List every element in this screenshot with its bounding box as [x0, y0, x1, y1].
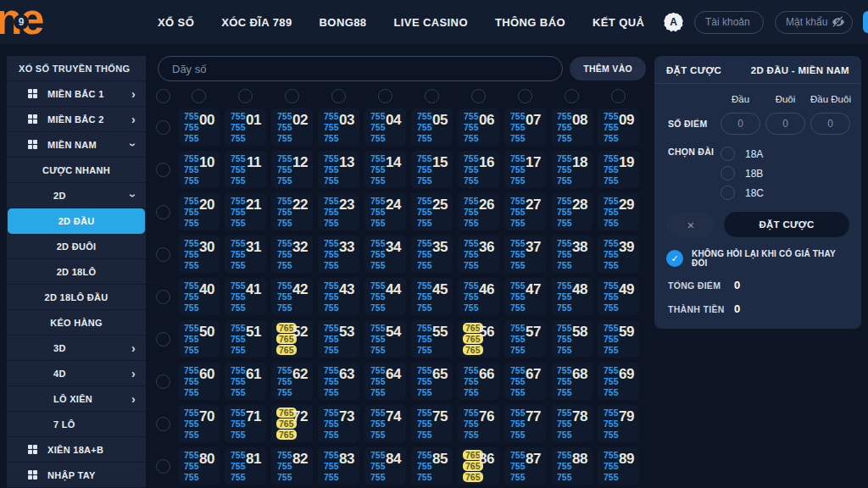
number-cell-81[interactable]: 75575575581	[225, 447, 266, 485]
gear-a-icon[interactable]: A	[664, 13, 683, 32]
number-cell-54[interactable]: 75575575554	[364, 320, 406, 358]
number-cell-48[interactable]: 75575575548	[551, 278, 593, 315]
station-option-18a[interactable]: 18A	[721, 147, 764, 161]
select-all-circle[interactable]	[156, 89, 170, 103]
number-cell-08[interactable]: 75575575508	[551, 108, 593, 146]
number-cell-07[interactable]: 75575575507	[504, 108, 546, 146]
nav-item-bong88[interactable]: BONG88	[320, 16, 367, 29]
number-cell-34[interactable]: 75575575534	[364, 236, 406, 273]
number-cell-19[interactable]: 75575575519	[598, 151, 639, 188]
number-cell-47[interactable]: 75575575547	[504, 278, 546, 315]
number-cell-30[interactable]: 75575575530	[178, 236, 220, 273]
number-cell-83[interactable]: 75575575583	[318, 447, 359, 485]
column-select-circle[interactable]	[518, 89, 532, 103]
number-cell-60[interactable]: 75575575560	[178, 363, 220, 400]
row-select-circle[interactable]	[156, 459, 170, 474]
number-cell-15[interactable]: 75575575515	[411, 151, 453, 188]
number-cell-17[interactable]: 75575575517	[504, 151, 546, 188]
number-cell-04[interactable]: 75575575504	[364, 108, 406, 146]
no-confirm-checkbox[interactable]: ✓ KHÔNG HỎI LẠI KHI CÓ GIÁ THAY ĐỔI	[654, 237, 861, 268]
number-cell-24[interactable]: 75575575524	[364, 193, 406, 230]
number-cell-86[interactable]: 76576576586	[458, 447, 499, 485]
sidebar-item-2d-đầu[interactable]: 2D ĐẦU	[8, 208, 145, 234]
sidebar-item-lô-xiên[interactable]: LÔ XIÊN›	[7, 386, 146, 412]
points-input-0[interactable]: 0	[721, 113, 760, 135]
row-select-circle[interactable]	[156, 417, 170, 431]
number-cell-41[interactable]: 75575575541	[225, 278, 266, 315]
number-cell-63[interactable]: 75575575563	[318, 363, 359, 400]
number-cell-05[interactable]: 75575575505	[411, 108, 453, 146]
sidebar-item-3d[interactable]: 3D›	[7, 336, 146, 361]
nav-item-kết-quả[interactable]: KẾT QUẢ	[593, 16, 644, 29]
row-select-circle[interactable]	[156, 120, 170, 135]
row-select-circle[interactable]	[156, 205, 170, 219]
number-cell-10[interactable]: 75575575510	[178, 151, 220, 188]
number-cell-44[interactable]: 75575575544	[364, 278, 406, 315]
row-select-circle[interactable]	[156, 290, 170, 304]
number-cell-42[interactable]: 75575575542	[271, 278, 313, 315]
number-cell-06[interactable]: 75575575506	[458, 108, 499, 146]
site-logo[interactable]: one 9	[0, 0, 127, 44]
number-cell-62[interactable]: 75575575562	[271, 363, 313, 400]
station-option-18b[interactable]: 18B	[721, 166, 764, 180]
number-cell-00[interactable]: 75575575500	[178, 108, 220, 146]
number-cell-02[interactable]: 75575575502	[271, 108, 313, 146]
points-input-1[interactable]: 0	[765, 113, 805, 135]
number-cell-59[interactable]: 75575575559	[598, 320, 639, 358]
number-cell-32[interactable]: 75575575532	[271, 236, 313, 273]
number-cell-74[interactable]: 75575575574	[364, 405, 406, 442]
number-cell-61[interactable]: 75575575561	[225, 363, 266, 400]
column-select-circle[interactable]	[471, 89, 486, 103]
number-cell-77[interactable]: 75575575577	[504, 405, 546, 442]
row-select-circle[interactable]	[156, 247, 170, 262]
number-cell-29[interactable]: 75575575529	[598, 193, 639, 230]
number-cell-71[interactable]: 75575575571	[225, 405, 266, 442]
number-cell-33[interactable]: 75575575533	[318, 236, 359, 273]
number-sequence-input[interactable]	[158, 56, 563, 81]
column-select-circle[interactable]	[565, 89, 579, 103]
number-cell-66[interactable]: 75575575566	[458, 363, 499, 400]
number-cell-12[interactable]: 75575575512	[271, 151, 313, 188]
sidebar-item-7-lô[interactable]: 7 LÔ	[7, 412, 146, 437]
number-cell-28[interactable]: 75575575528	[551, 193, 593, 230]
number-cell-36[interactable]: 75575575536	[458, 236, 499, 273]
number-cell-65[interactable]: 75575575565	[411, 363, 453, 400]
number-cell-37[interactable]: 75575575537	[504, 236, 546, 273]
row-select-circle[interactable]	[156, 163, 170, 177]
number-cell-72[interactable]: 76576576572	[271, 405, 313, 442]
clear-button[interactable]: ×	[666, 212, 715, 237]
sidebar-item-nhập-tay[interactable]: NHẬP TAY	[7, 463, 146, 488]
number-cell-23[interactable]: 75575575523	[318, 193, 359, 230]
number-cell-09[interactable]: 75575575509	[598, 108, 639, 146]
number-cell-52[interactable]: 76576576552	[271, 320, 313, 358]
column-select-circle[interactable]	[611, 89, 626, 103]
number-cell-35[interactable]: 75575575535	[411, 236, 453, 273]
number-cell-79[interactable]: 75575575579	[598, 405, 639, 442]
number-cell-43[interactable]: 75575575543	[318, 278, 359, 315]
number-cell-84[interactable]: 75575575584	[364, 447, 406, 485]
sidebar-item-2d-18lô[interactable]: 2D 18LÔ	[7, 259, 146, 285]
number-cell-80[interactable]: 75575575580	[178, 447, 220, 485]
sidebar-item-xiên-18a+b[interactable]: XIÊN 18A+B	[7, 437, 146, 463]
number-cell-57[interactable]: 75575575557	[504, 320, 546, 358]
sidebar-item-miền-bắc-1[interactable]: MIỀN BẮC 1›	[7, 81, 146, 107]
number-cell-45[interactable]: 75575575545	[411, 278, 453, 315]
number-cell-89[interactable]: 75575575589	[598, 447, 639, 485]
column-select-circle[interactable]	[425, 89, 439, 103]
nav-item-xóc-đĩa-789[interactable]: XÓC ĐĨA 789	[221, 16, 292, 29]
number-cell-75[interactable]: 75575575575	[411, 405, 453, 442]
number-cell-87[interactable]: 75575575587	[504, 447, 546, 485]
sidebar-item-miền-nam[interactable]: MIỀN NAM›	[7, 132, 146, 158]
nav-item-live-casino[interactable]: LIVE CASINO	[393, 16, 467, 29]
sidebar-item-kéo-hàng[interactable]: KÉO HÀNG	[7, 310, 146, 336]
sidebar-item-miền-bắc-2[interactable]: MIỀN BẮC 2›	[7, 107, 146, 132]
number-cell-01[interactable]: 75575575501	[225, 108, 266, 146]
number-cell-27[interactable]: 75575575527	[504, 193, 546, 230]
number-cell-73[interactable]: 75575575573	[318, 405, 359, 442]
number-cell-46[interactable]: 75575575546	[458, 278, 499, 315]
number-cell-31[interactable]: 75575575531	[225, 236, 266, 273]
number-cell-55[interactable]: 75575575555	[411, 320, 453, 358]
add-button[interactable]: THÊM VÀO	[570, 57, 646, 80]
number-cell-85[interactable]: 75575575585	[411, 447, 453, 485]
station-option-18c[interactable]: 18C	[721, 186, 764, 200]
